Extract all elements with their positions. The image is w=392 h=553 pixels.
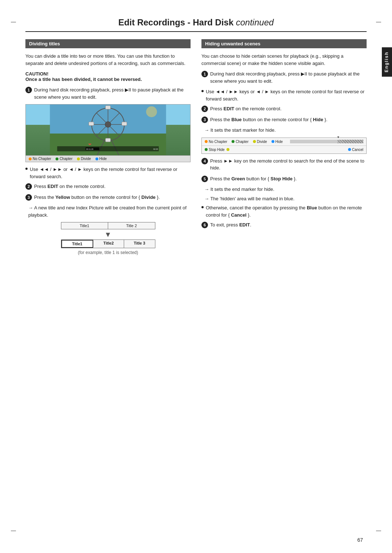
dividing-titles-header: Dividing titles xyxy=(25,39,191,48)
left-step-2: 2 Press EDIT on the remote control. xyxy=(25,183,191,190)
title-table-bottom-cell1: Title1 xyxy=(61,240,93,248)
right-bullet-1-content: Use ◄◄ / ►► keys or ◄ / ► keys on the re… xyxy=(206,88,367,102)
right-step-5-note2: The 'hidden' area will be marked in blue… xyxy=(204,195,367,202)
ctrl-chapter-label: Chapter xyxy=(60,157,73,161)
title-table-top: Title1 Title 2 xyxy=(61,222,155,229)
right-step-6-content: To exit, press EDIT. xyxy=(210,221,367,229)
hiding-scenes-intro: You can choose to hide certain scenes fo… xyxy=(201,53,367,67)
diag-dot-no-chapter xyxy=(205,140,208,143)
ctrl-no-chapter: No Chapter xyxy=(29,157,51,161)
diag-divide-label: Divide xyxy=(257,140,267,144)
diag-cancel-label: Cancel xyxy=(352,148,363,152)
screenshot-controls: No Chapter Chapter Divide Hide xyxy=(26,155,190,162)
diag-hide-label: Hide xyxy=(275,140,283,144)
diag-divide: Divide xyxy=(253,140,267,144)
caution-title: CAUTION! xyxy=(25,71,191,77)
screenshot-image: 00:11:29 02:23 xyxy=(26,105,190,155)
diag-chapter: Chapter xyxy=(232,140,249,144)
svg-rect-15 xyxy=(89,122,94,126)
right-bullet-dot-1 xyxy=(201,90,204,92)
left-step-3-content: Press the Yellow button on the remote co… xyxy=(34,194,191,201)
diag-dot-chapter xyxy=(232,140,234,143)
right-column: Hiding unwanted scenes You can choose to… xyxy=(201,39,367,232)
ctrl-chapter: Chapter xyxy=(56,157,73,161)
svg-point-2 xyxy=(146,106,157,117)
title-table-top-cell2: Title 2 xyxy=(108,222,155,229)
left-step-3: 3 Press the Yellow button on the remote … xyxy=(25,194,191,201)
example-text: (for example, title 1 is selected) xyxy=(25,250,191,255)
ctrl-divide: Divide xyxy=(77,157,91,161)
svg-rect-13 xyxy=(106,106,111,109)
dividing-titles-intro: You can divide a title into two or more … xyxy=(25,53,191,67)
right-step-5-note1: It sets the end marker for hide. xyxy=(204,186,367,193)
svg-rect-19 xyxy=(57,146,159,151)
ctrl-no-chapter-label: No Chapter xyxy=(33,157,51,161)
left-step-1: 1 During hard disk recording playback, p… xyxy=(25,86,191,101)
main-title-suffix: continued xyxy=(236,17,274,27)
right-step-4: 4 Press ►► key on the remote control to … xyxy=(201,157,367,172)
side-mark-left xyxy=(11,22,16,22)
diag-stop-hide: Stop Hide xyxy=(205,148,229,152)
right-bullet-2-content: Otherwise, cancel the operation by press… xyxy=(206,204,367,218)
right-step-1: 1 During hard disk recording playback, p… xyxy=(201,70,367,85)
svg-text:02:23: 02:23 xyxy=(154,148,158,150)
main-title-text: Edit Recordings - Hard Disk xyxy=(118,17,233,27)
left-step-2-content: Press EDIT on the remote control. xyxy=(34,183,191,190)
right-step-5: 5 Press the Green button for { Stop Hide… xyxy=(201,175,367,183)
right-bullet-1: Use ◄◄ / ►► keys or ◄ / ► keys on the re… xyxy=(201,88,367,102)
diag-no-chapter-label: No Chapter xyxy=(209,140,227,144)
title-table-top-cell1: Title1 xyxy=(61,222,109,229)
main-title: Edit Recordings - Hard Disk continued xyxy=(25,11,367,32)
ctrl-divide-label: Divide xyxy=(81,157,91,161)
diag-cancel: Cancel xyxy=(348,148,363,152)
caution-body: Once a title has been divided, it cannot… xyxy=(25,77,191,82)
right-bullet-2: Otherwise, cancel the operation by press… xyxy=(201,204,367,218)
hide-diagram: No Chapter Chapter Divide Hide xyxy=(201,138,367,154)
right-step-number-1: 1 xyxy=(201,71,208,77)
right-step-number-5: 5 xyxy=(201,176,208,182)
step-number-3-left: 3 xyxy=(25,194,32,201)
right-step-5-content: Press the Green button for { Stop Hide }… xyxy=(210,175,367,183)
step-number-2-left: 2 xyxy=(25,183,32,190)
two-column-layout: Dividing titles You can divide a title i… xyxy=(25,39,367,257)
left-bullet-1-content: Use ◄◄ / ►► or ◄ / ► keys on the remote … xyxy=(30,166,191,180)
diag-chapter-label: Chapter xyxy=(236,140,249,144)
arrow-down: ▼ xyxy=(25,230,191,239)
dot-divide xyxy=(77,157,80,160)
dot-hide xyxy=(95,157,98,160)
diag-dot-stop-hide xyxy=(205,148,208,151)
dot-chapter xyxy=(56,157,58,160)
svg-rect-14 xyxy=(106,138,111,142)
title-table-bottom: Title1 Title2 Title 3 xyxy=(61,239,155,248)
caution-block: CAUTION! Once a title has been divided, … xyxy=(25,71,191,82)
right-step-3-note: It sets the start marker for hide. xyxy=(204,127,367,134)
diag-dot-hide xyxy=(271,140,274,143)
right-step-3: 3 Press the Blue button on the remote co… xyxy=(201,116,367,123)
bullet-dot-1 xyxy=(25,168,28,170)
diag-dot-cancel xyxy=(348,148,351,151)
right-step-1-content: During hard disk recording playback, pre… xyxy=(210,70,367,85)
side-mark-left2 xyxy=(11,531,16,531)
diag-dot-divide xyxy=(253,140,256,143)
step-number-1: 1 xyxy=(25,87,32,93)
title-table-bottom-cell3: Title 3 xyxy=(124,240,155,248)
ctrl-hide-label: Hide xyxy=(99,157,107,161)
page-number: 67 xyxy=(357,537,363,543)
title-table: Title1 Title 2 ▼ Title1 Title2 Title 3 (… xyxy=(25,222,191,255)
ctrl-hide: Hide xyxy=(95,157,107,161)
right-step-6: 6 To exit, press EDIT. xyxy=(201,221,367,229)
page-content: Edit Recordings - Hard Disk continued Di… xyxy=(25,11,367,257)
hide-diag-top: No Chapter Chapter Divide Hide xyxy=(202,138,366,146)
right-step-2: 2 Press EDIT on the remote control. xyxy=(201,105,367,112)
right-step-4-content: Press ►► key on the remote control to se… xyxy=(210,157,367,172)
right-step-number-3: 3 xyxy=(201,116,208,123)
left-column: Dividing titles You can divide a title i… xyxy=(25,39,191,257)
diag-stop-hide-label: Stop Hide xyxy=(209,148,225,152)
dot-no-chapter xyxy=(29,157,32,160)
right-step-number-6: 6 xyxy=(201,222,208,228)
hiding-scenes-header: Hiding unwanted scenes xyxy=(201,39,367,48)
right-bullet-dot-2 xyxy=(201,206,204,208)
diag-hide: Hide xyxy=(271,140,283,144)
svg-rect-16 xyxy=(122,122,127,126)
side-mark-right2 xyxy=(376,531,381,531)
